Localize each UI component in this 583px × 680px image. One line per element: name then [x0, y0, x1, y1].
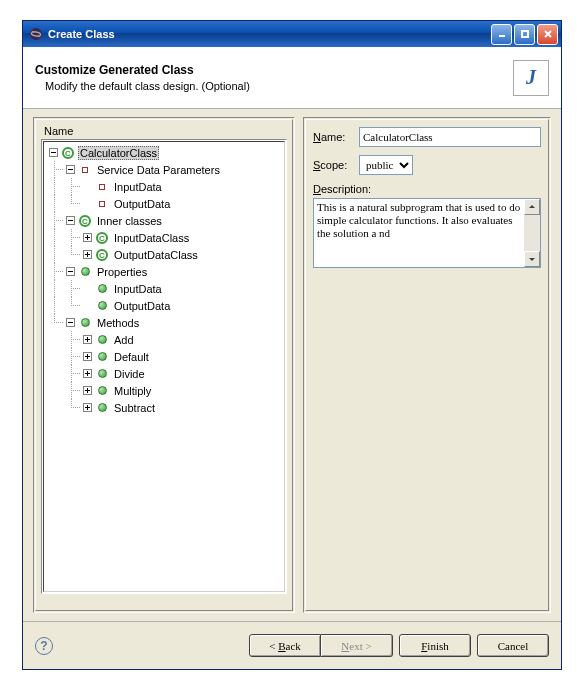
- class-icon: C: [78, 214, 92, 228]
- tree-leaf-label[interactable]: Multiply: [112, 384, 153, 398]
- tree-group-label[interactable]: Methods: [95, 316, 141, 330]
- expand-toggle[interactable]: [83, 386, 92, 395]
- expand-toggle[interactable]: [66, 216, 75, 225]
- tree-root-label[interactable]: CalculatorClass: [78, 146, 159, 160]
- finish-button[interactable]: Finish: [399, 634, 471, 657]
- tree-column-header: Name: [41, 123, 287, 139]
- method-group-icon: [78, 316, 92, 330]
- page-subtitle: Modify the default class design. (Option…: [45, 80, 513, 92]
- tree-leaf[interactable]: CInputDataClass: [46, 229, 282, 246]
- close-button[interactable]: [537, 24, 558, 45]
- tree-leaf[interactable]: Multiply: [46, 382, 282, 399]
- scroll-down-icon[interactable]: [524, 251, 540, 267]
- eclipse-icon: [28, 26, 44, 42]
- property-group-icon: [78, 265, 92, 279]
- tree-leaf[interactable]: COutputDataClass: [46, 246, 282, 263]
- class-icon: C: [95, 248, 109, 262]
- tree-leaf-label[interactable]: Subtract: [112, 401, 157, 415]
- tree-leaf[interactable]: Divide: [46, 365, 282, 382]
- tree-group-label[interactable]: Properties: [95, 265, 149, 279]
- tree-leaf-label[interactable]: OutputData: [112, 299, 172, 313]
- parameter-icon: [95, 180, 109, 194]
- back-button[interactable]: < Back: [249, 634, 321, 657]
- button-bar: ? < Back Next > Finish Cancel: [23, 621, 561, 669]
- method-icon: [95, 367, 109, 381]
- tree-leaf-label[interactable]: Divide: [112, 367, 147, 381]
- page-title: Customize Generated Class: [35, 63, 513, 77]
- tree-leaf-label[interactable]: OutputDataClass: [112, 248, 200, 262]
- parameter-icon: [95, 197, 109, 211]
- tree-leaf[interactable]: Add: [46, 331, 282, 348]
- tree-leaf[interactable]: InputData: [46, 280, 282, 297]
- tree-group[interactable]: C Inner classes: [46, 212, 282, 229]
- name-label: Name:: [313, 131, 359, 143]
- java-file-icon: J: [513, 60, 549, 96]
- expand-toggle[interactable]: [83, 352, 92, 361]
- expand-toggle[interactable]: [83, 335, 92, 344]
- help-icon[interactable]: ?: [35, 637, 53, 655]
- property-icon: [95, 282, 109, 296]
- tree-leaf[interactable]: OutputData: [46, 297, 282, 314]
- svg-text:C: C: [99, 251, 105, 260]
- next-button: Next >: [321, 634, 393, 657]
- expand-toggle[interactable]: [66, 267, 75, 276]
- tree-leaf[interactable]: OutputData: [46, 195, 282, 212]
- wizard-header: Customize Generated Class Modify the def…: [23, 47, 561, 109]
- scroll-up-icon[interactable]: [524, 199, 540, 215]
- method-icon: [95, 384, 109, 398]
- tree-leaf[interactable]: InputData: [46, 178, 282, 195]
- expand-toggle[interactable]: [66, 318, 75, 327]
- svg-text:C: C: [99, 234, 105, 243]
- tree-panel: Name C CalculatorClass: [33, 117, 295, 613]
- tree-leaf-label[interactable]: OutputData: [112, 197, 172, 211]
- titlebar: Create Class: [23, 21, 561, 47]
- scope-select[interactable]: public: [359, 155, 413, 175]
- tree-group[interactable]: Service Data Parameters: [46, 161, 282, 178]
- tree-group[interactable]: Properties: [46, 263, 282, 280]
- tree-leaf[interactable]: Default: [46, 348, 282, 365]
- expand-toggle[interactable]: [49, 148, 58, 157]
- tree-leaf-label[interactable]: Default: [112, 350, 151, 364]
- tree-group[interactable]: Methods: [46, 314, 282, 331]
- tree-leaf[interactable]: Subtract: [46, 399, 282, 416]
- class-icon: C: [95, 231, 109, 245]
- maximize-button[interactable]: [514, 24, 535, 45]
- method-icon: [95, 401, 109, 415]
- class-icon: C: [61, 146, 75, 160]
- expand-toggle[interactable]: [83, 369, 92, 378]
- name-input[interactable]: [359, 127, 541, 147]
- svg-rect-4: [522, 31, 528, 37]
- scope-label: Scope:: [313, 159, 359, 171]
- method-icon: [95, 350, 109, 364]
- minimize-button[interactable]: [491, 24, 512, 45]
- expand-toggle[interactable]: [66, 165, 75, 174]
- svg-text:C: C: [82, 217, 88, 226]
- tree-root[interactable]: C CalculatorClass: [46, 144, 282, 161]
- svg-text:C: C: [65, 149, 71, 158]
- description-text[interactable]: This is a natural subprogram that is use…: [314, 199, 524, 267]
- method-icon: [95, 333, 109, 347]
- description-textarea[interactable]: This is a natural subprogram that is use…: [313, 198, 541, 268]
- tree-leaf-label[interactable]: InputDataClass: [112, 231, 191, 245]
- tree-leaf-label[interactable]: Add: [112, 333, 136, 347]
- tree-group-label[interactable]: Inner classes: [95, 214, 164, 228]
- scrollbar[interactable]: [524, 199, 540, 267]
- expand-toggle[interactable]: [83, 250, 92, 259]
- tree-viewer[interactable]: C CalculatorClass: [41, 139, 287, 594]
- parameter-group-icon: [78, 163, 92, 177]
- expand-toggle[interactable]: [83, 403, 92, 412]
- tree-leaf-label[interactable]: InputData: [112, 282, 164, 296]
- description-label: Description:: [313, 183, 541, 195]
- expand-toggle[interactable]: [83, 233, 92, 242]
- tree-group-label[interactable]: Service Data Parameters: [95, 163, 222, 177]
- property-icon: [95, 299, 109, 313]
- detail-panel: Name: Scope: public Description: This is…: [303, 117, 551, 613]
- window-title: Create Class: [48, 28, 491, 40]
- cancel-button[interactable]: Cancel: [477, 634, 549, 657]
- tree-leaf-label[interactable]: InputData: [112, 180, 164, 194]
- dialog-window: Create Class Customize Generated Class M…: [22, 20, 562, 670]
